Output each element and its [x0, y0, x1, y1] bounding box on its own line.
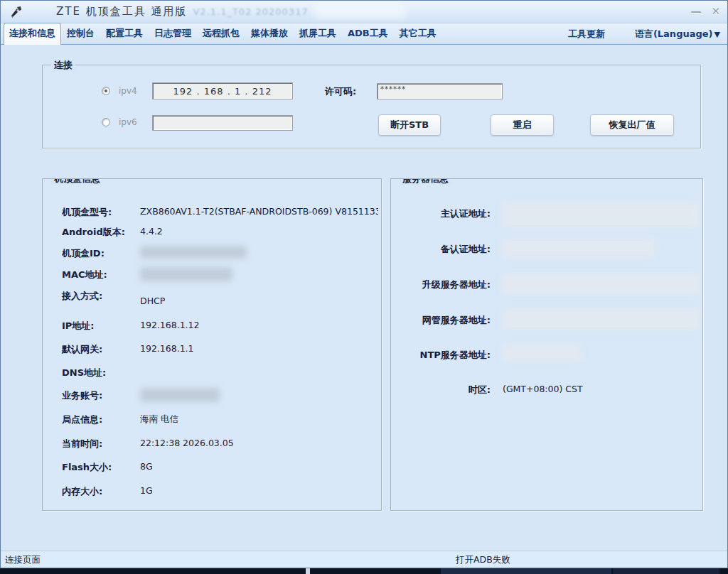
- status-page-text: 连接页面: [5, 554, 41, 566]
- disconnect-stb-button[interactable]: 断开STB: [378, 114, 441, 136]
- stb-info-row-value: 4.4.2: [140, 226, 163, 237]
- server-info-row-label: 升级服务器地址:: [398, 278, 491, 291]
- title-bar[interactable]: ZTE 机顶盒工具 通用版 V2.1.1_T02 20200317 — ✕: [1, 1, 727, 23]
- stb-info-row-label: MAC地址:: [62, 269, 107, 281]
- minimize-icon[interactable]: —: [690, 6, 701, 17]
- stb-info-row: Flash大小:8G: [43, 461, 381, 477]
- tab-1[interactable]: 控制台: [61, 23, 100, 44]
- screen: ZTE 机顶盒工具 通用版 V2.1.1_T02 20200317 — ✕ 连接…: [0, 0, 728, 574]
- stb-info-row-label: 机顶盒ID:: [62, 247, 105, 260]
- ipv4-radio[interactable]: [102, 87, 110, 95]
- window-version: V2.1.1_T02 20200317: [193, 6, 308, 17]
- server-info-row: 主认证地址:: [391, 207, 702, 223]
- stb-info-row-label: 业务账号:: [62, 389, 102, 402]
- redacted-value: [140, 267, 232, 281]
- stb-info-row: DNS地址:: [43, 367, 381, 382]
- close-icon[interactable]: ✕: [711, 6, 720, 17]
- stb-info-row-value: 22:12:38 2026.03.05: [140, 438, 234, 448]
- stb-info-row: 局点信息:海南 电信: [43, 413, 381, 429]
- tab-5[interactable]: 媒体播放: [245, 23, 294, 44]
- window-title: ZTE 机顶盒工具 通用版: [56, 5, 187, 18]
- connection-group-label: 连接: [51, 59, 75, 72]
- server-info-row: NTP服务器地址:: [391, 349, 702, 364]
- redacted-value: [140, 388, 220, 402]
- stb-info-row-value: 192.168.1.1: [140, 343, 194, 354]
- stb-info-row: 内存大小:1G: [43, 485, 381, 501]
- stb-info-row-value: 1G: [140, 485, 153, 496]
- stb-info-row-value: 海南 电信: [140, 413, 178, 426]
- stb-info-row: 默认网关:192.168.1.1: [43, 343, 381, 359]
- stb-info-row-label: 局点信息:: [62, 413, 102, 426]
- ipv6-radio[interactable]: [102, 118, 110, 126]
- stb-info-row: 机顶盒型号:ZXB860AV1.1-T2(STBAF-ANDROIDSTB-06…: [43, 206, 381, 222]
- stb-info-group-label: 机顶盒信息: [51, 178, 103, 185]
- taskbar-sliver: [0, 568, 728, 574]
- tab-7[interactable]: ADB工具: [342, 23, 394, 44]
- redacted-value: [503, 239, 655, 257]
- app-window: ZTE 机顶盒工具 通用版 V2.1.1_T02 20200317 — ✕ 连接…: [0, 0, 728, 568]
- menu-item-tool-update[interactable]: 工具更新: [568, 28, 605, 40]
- server-info-row-label: NTP服务器地址:: [398, 349, 491, 362]
- ipv4-address-input[interactable]: 192 . 168 . 1 . 212: [152, 82, 293, 99]
- redacted-value: [503, 203, 700, 227]
- app-tool-icon: [9, 5, 23, 19]
- stb-info-group: 机顶盒信息 机顶盒型号:ZXB860AV1.1-T2(STBAF-ANDROID…: [42, 178, 382, 511]
- stb-info-row-value: ZXB860AV1.1-T2(STBAF-ANDROIDSTB-069) V81…: [140, 206, 378, 217]
- stb-info-row-value: 192.168.1.12: [140, 320, 200, 330]
- menu-item-language[interactable]: 语言(Language)▼: [635, 28, 720, 40]
- redacted-value: [503, 345, 581, 362]
- server-info-row-label: 时区:: [398, 384, 491, 396]
- license-code-input[interactable]: ******: [377, 83, 503, 99]
- tab-2[interactable]: 配置工具: [100, 23, 149, 44]
- server-info-row-value: (GMT+08:00) CST: [503, 384, 583, 394]
- server-info-row-label: 备认证地址:: [398, 243, 491, 256]
- stb-info-row-label: 机顶盒型号:: [62, 206, 112, 219]
- stb-info-row-label: 内存大小:: [62, 485, 102, 498]
- redacted-value: [140, 246, 247, 259]
- stb-info-row: 业务账号:: [43, 389, 381, 405]
- stb-info-row: Android版本:4.4.2: [43, 226, 381, 242]
- main-content: 连接 ipv4 192 . 168 . 1 . 212 ipv6 许可码: **…: [1, 45, 727, 551]
- tab-4[interactable]: 远程抓包: [197, 23, 245, 44]
- tab-8[interactable]: 其它工具: [394, 23, 442, 44]
- server-info-group: 服务器信息 主认证地址:备认证地址:升级服务器地址:网管服务器地址:NTP服务器…: [390, 178, 703, 511]
- server-info-group-label: 服务器信息: [400, 178, 451, 185]
- stb-info-row-label: 默认网关:: [62, 343, 102, 356]
- stb-info-row-label: Flash大小:: [62, 461, 112, 474]
- stb-info-row: 接入方式:DHCP: [43, 290, 381, 305]
- status-adb-text: 打开ADB失败: [456, 554, 510, 566]
- stb-info-row-label: 当前时间:: [62, 438, 102, 450]
- stb-info-row-label: Android版本:: [62, 226, 125, 239]
- stb-info-row-value: DHCP: [140, 296, 165, 306]
- language-label: 语言(Language): [635, 28, 713, 39]
- redacted-value: [503, 310, 700, 330]
- tab-3[interactable]: 日志管理: [149, 23, 197, 44]
- stb-info-row-label: DNS地址:: [62, 367, 106, 379]
- server-info-row: 时区:(GMT+08:00) CST: [391, 384, 702, 399]
- reboot-button[interactable]: 重启: [491, 114, 554, 136]
- ipv6-address-input[interactable]: [152, 115, 293, 131]
- license-code-label: 许可码:: [325, 85, 356, 98]
- redacted-value: [503, 274, 700, 294]
- stb-info-row: MAC地址:: [43, 269, 381, 284]
- server-info-row-label: 网管服务器地址:: [398, 314, 491, 327]
- tab-6[interactable]: 抓屏工具: [294, 23, 342, 44]
- server-info-row: 升级服务器地址:: [391, 278, 702, 294]
- stb-info-row: 当前时间:22:12:38 2026.03.05: [43, 438, 381, 453]
- server-info-row: 网管服务器地址:: [391, 314, 702, 330]
- server-info-row: 备认证地址:: [391, 243, 702, 259]
- server-info-row-label: 主认证地址:: [398, 207, 491, 220]
- ipv6-radio-label: ipv6: [119, 117, 137, 127]
- stb-info-row-value: 8G: [140, 461, 153, 472]
- connection-group: 连接 ipv4 192 . 168 . 1 . 212 ipv6 许可码: **…: [42, 65, 701, 148]
- ipv4-radio-label: ipv4: [119, 86, 137, 96]
- tab-0[interactable]: 连接和信息: [4, 23, 61, 45]
- factory-reset-button[interactable]: 恢复出厂值: [590, 114, 674, 136]
- redacted-title-area: [314, 5, 406, 19]
- stb-info-row: IP地址:192.168.1.12: [43, 320, 381, 335]
- stb-info-row: 机顶盒ID:: [43, 247, 381, 263]
- stb-info-row-label: 接入方式:: [62, 290, 102, 303]
- status-bar: 连接页面 打开ADB失败: [1, 551, 727, 568]
- menu-bar: 连接和信息控制台配置工具日志管理远程抓包媒体播放抓屏工具ADB工具其它工具 工具…: [1, 23, 727, 45]
- chevron-down-icon: ▼: [714, 30, 720, 39]
